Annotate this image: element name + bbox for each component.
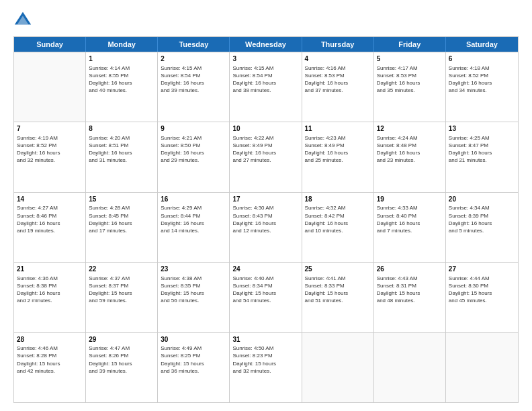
calendar-cell-day-26: 26Sunrise: 4:43 AM Sunset: 8:31 PM Dayli… <box>374 263 446 332</box>
calendar-cell-day-17: 17Sunrise: 4:30 AM Sunset: 8:43 PM Dayli… <box>230 193 302 262</box>
calendar-cell-day-5: 5Sunrise: 4:17 AM Sunset: 8:53 PM Daylig… <box>374 52 446 122</box>
day-number: 20 <box>449 195 515 204</box>
day-header-wednesday: Wednesday <box>230 37 302 52</box>
day-number: 5 <box>377 54 443 64</box>
calendar-cell-empty <box>374 333 446 402</box>
day-number: 19 <box>377 195 443 204</box>
page: SundayMondayTuesdayWednesdayThursdayFrid… <box>0 0 532 411</box>
calendar-cell-empty <box>302 333 374 402</box>
day-number: 28 <box>17 335 83 345</box>
calendar-row-1: 1Sunrise: 4:14 AM Sunset: 8:55 PM Daylig… <box>14 52 518 122</box>
calendar-row-4: 21Sunrise: 4:36 AM Sunset: 8:38 PM Dayli… <box>14 262 518 332</box>
day-number: 18 <box>305 195 371 204</box>
logo <box>13 11 35 30</box>
day-number: 11 <box>305 124 371 134</box>
header <box>13 11 519 30</box>
calendar-cell-day-9: 9Sunrise: 4:21 AM Sunset: 8:50 PM Daylig… <box>158 122 230 191</box>
day-number: 1 <box>89 54 154 64</box>
cell-info: Sunrise: 4:17 AM Sunset: 8:53 PM Dayligh… <box>377 64 443 95</box>
day-number: 23 <box>161 265 226 274</box>
cell-info: Sunrise: 4:40 AM Sunset: 8:34 PM Dayligh… <box>232 275 298 305</box>
day-number: 29 <box>89 335 154 345</box>
calendar-cell-day-3: 3Sunrise: 4:15 AM Sunset: 8:54 PM Daylig… <box>230 52 302 122</box>
day-number: 15 <box>89 195 154 204</box>
day-header-sunday: Sunday <box>14 37 86 52</box>
calendar-cell-day-2: 2Sunrise: 4:15 AM Sunset: 8:54 PM Daylig… <box>158 52 230 122</box>
calendar-cell-day-12: 12Sunrise: 4:24 AM Sunset: 8:48 PM Dayli… <box>374 122 446 191</box>
day-number: 17 <box>232 195 298 204</box>
cell-info: Sunrise: 4:32 AM Sunset: 8:42 PM Dayligh… <box>305 204 371 234</box>
day-header-friday: Friday <box>374 37 446 52</box>
calendar-cell-day-15: 15Sunrise: 4:28 AM Sunset: 8:45 PM Dayli… <box>86 193 158 262</box>
calendar-cell-day-11: 11Sunrise: 4:23 AM Sunset: 8:49 PM Dayli… <box>302 122 374 191</box>
calendar-cell-day-16: 16Sunrise: 4:29 AM Sunset: 8:44 PM Dayli… <box>158 193 230 262</box>
day-number: 10 <box>232 124 298 134</box>
day-number: 26 <box>377 265 443 274</box>
cell-info: Sunrise: 4:15 AM Sunset: 8:54 PM Dayligh… <box>232 64 298 95</box>
calendar-cell-day-18: 18Sunrise: 4:32 AM Sunset: 8:42 PM Dayli… <box>302 193 374 262</box>
day-number: 24 <box>232 265 298 274</box>
cell-info: Sunrise: 4:16 AM Sunset: 8:53 PM Dayligh… <box>305 64 371 95</box>
calendar-cell-day-22: 22Sunrise: 4:37 AM Sunset: 8:37 PM Dayli… <box>86 263 158 332</box>
cell-info: Sunrise: 4:27 AM Sunset: 8:46 PM Dayligh… <box>17 204 83 234</box>
calendar-cell-day-1: 1Sunrise: 4:14 AM Sunset: 8:55 PM Daylig… <box>86 52 158 122</box>
day-number: 12 <box>377 124 443 134</box>
cell-info: Sunrise: 4:22 AM Sunset: 8:49 PM Dayligh… <box>232 134 298 165</box>
calendar-cell-day-7: 7Sunrise: 4:19 AM Sunset: 8:52 PM Daylig… <box>14 122 86 191</box>
calendar-cell-day-28: 28Sunrise: 4:46 AM Sunset: 8:28 PM Dayli… <box>14 333 86 402</box>
day-number: 25 <box>305 265 371 274</box>
calendar-cell-empty <box>14 52 86 122</box>
cell-info: Sunrise: 4:15 AM Sunset: 8:54 PM Dayligh… <box>161 64 226 95</box>
cell-info: Sunrise: 4:21 AM Sunset: 8:50 PM Dayligh… <box>161 134 226 165</box>
day-number: 21 <box>17 265 83 274</box>
calendar-cell-day-31: 31Sunrise: 4:50 AM Sunset: 8:23 PM Dayli… <box>230 333 302 402</box>
day-number: 27 <box>449 265 515 274</box>
calendar-cell-day-13: 13Sunrise: 4:25 AM Sunset: 8:47 PM Dayli… <box>446 122 518 191</box>
day-number: 16 <box>161 195 226 204</box>
day-number: 4 <box>305 54 371 64</box>
day-number: 13 <box>449 124 515 134</box>
cell-info: Sunrise: 4:34 AM Sunset: 8:39 PM Dayligh… <box>449 204 515 234</box>
day-number: 31 <box>232 335 298 345</box>
cell-info: Sunrise: 4:41 AM Sunset: 8:33 PM Dayligh… <box>305 275 371 305</box>
day-number: 14 <box>17 195 83 204</box>
calendar-cell-day-8: 8Sunrise: 4:20 AM Sunset: 8:51 PM Daylig… <box>86 122 158 191</box>
calendar-row-3: 14Sunrise: 4:27 AM Sunset: 8:46 PM Dayli… <box>14 192 518 262</box>
calendar-cell-day-14: 14Sunrise: 4:27 AM Sunset: 8:46 PM Dayli… <box>14 193 86 262</box>
day-header-saturday: Saturday <box>446 37 518 52</box>
calendar-header: SundayMondayTuesdayWednesdayThursdayFrid… <box>14 37 518 52</box>
cell-info: Sunrise: 4:18 AM Sunset: 8:52 PM Dayligh… <box>449 64 515 95</box>
day-number: 3 <box>232 54 298 64</box>
cell-info: Sunrise: 4:47 AM Sunset: 8:26 PM Dayligh… <box>89 345 154 375</box>
calendar-cell-day-30: 30Sunrise: 4:49 AM Sunset: 8:25 PM Dayli… <box>158 333 230 402</box>
cell-info: Sunrise: 4:44 AM Sunset: 8:30 PM Dayligh… <box>449 275 515 305</box>
calendar-cell-day-24: 24Sunrise: 4:40 AM Sunset: 8:34 PM Dayli… <box>230 263 302 332</box>
calendar-cell-empty <box>446 333 518 402</box>
calendar-cell-day-19: 19Sunrise: 4:33 AM Sunset: 8:40 PM Dayli… <box>374 193 446 262</box>
calendar-cell-day-21: 21Sunrise: 4:36 AM Sunset: 8:38 PM Dayli… <box>14 263 86 332</box>
calendar-cell-day-6: 6Sunrise: 4:18 AM Sunset: 8:52 PM Daylig… <box>446 52 518 122</box>
calendar-cell-day-29: 29Sunrise: 4:47 AM Sunset: 8:26 PM Dayli… <box>86 333 158 402</box>
day-number: 30 <box>161 335 226 345</box>
cell-info: Sunrise: 4:19 AM Sunset: 8:52 PM Dayligh… <box>17 134 83 165</box>
cell-info: Sunrise: 4:33 AM Sunset: 8:40 PM Dayligh… <box>377 204 443 234</box>
day-number: 2 <box>161 54 226 64</box>
cell-info: Sunrise: 4:46 AM Sunset: 8:28 PM Dayligh… <box>17 345 83 375</box>
logo-icon <box>13 11 32 30</box>
day-number: 6 <box>449 54 515 64</box>
day-header-thursday: Thursday <box>302 37 374 52</box>
cell-info: Sunrise: 4:23 AM Sunset: 8:49 PM Dayligh… <box>305 134 371 165</box>
calendar-cell-day-27: 27Sunrise: 4:44 AM Sunset: 8:30 PM Dayli… <box>446 263 518 332</box>
cell-info: Sunrise: 4:36 AM Sunset: 8:38 PM Dayligh… <box>17 275 83 305</box>
cell-info: Sunrise: 4:38 AM Sunset: 8:35 PM Dayligh… <box>161 275 226 305</box>
calendar-cell-day-20: 20Sunrise: 4:34 AM Sunset: 8:39 PM Dayli… <box>446 193 518 262</box>
calendar-row-5: 28Sunrise: 4:46 AM Sunset: 8:28 PM Dayli… <box>14 332 518 402</box>
calendar-cell-day-25: 25Sunrise: 4:41 AM Sunset: 8:33 PM Dayli… <box>302 263 374 332</box>
cell-info: Sunrise: 4:49 AM Sunset: 8:25 PM Dayligh… <box>161 345 226 375</box>
day-number: 22 <box>89 265 154 274</box>
cell-info: Sunrise: 4:14 AM Sunset: 8:55 PM Dayligh… <box>89 64 154 95</box>
cell-info: Sunrise: 4:29 AM Sunset: 8:44 PM Dayligh… <box>161 204 226 234</box>
cell-info: Sunrise: 4:50 AM Sunset: 8:23 PM Dayligh… <box>232 345 298 375</box>
cell-info: Sunrise: 4:30 AM Sunset: 8:43 PM Dayligh… <box>232 204 298 234</box>
calendar-cell-day-10: 10Sunrise: 4:22 AM Sunset: 8:49 PM Dayli… <box>230 122 302 191</box>
